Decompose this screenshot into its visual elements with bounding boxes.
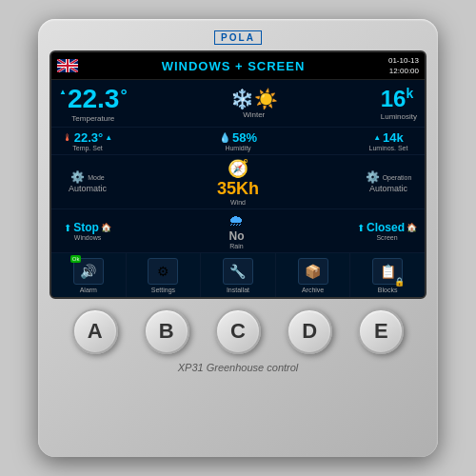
time-display: 12:00:00 [388, 66, 419, 76]
nav-blocks[interactable]: 📋 🔒 Blocks [350, 253, 425, 297]
alarm-icon: 🔊 [80, 264, 96, 279]
luminos-set-value: 14k [383, 130, 404, 145]
luminosity-block: 16 k Luminosity [381, 86, 417, 121]
humidity-block: 💧 58% Humidity [209, 130, 267, 151]
mode-value: Automatic [59, 184, 116, 193]
operation-block: ⚙️ Operation Automatic [360, 170, 417, 193]
wind-label: Wind [209, 199, 267, 206]
temperature-label: Temperature [59, 114, 128, 123]
temperature-unit: ° [120, 86, 127, 106]
device-body: POLA WINDOWS + SCREEN 01-10-13 12:00:00 [38, 19, 438, 457]
svg-rect-8 [57, 65, 78, 67]
nav-installat[interactable]: 🔧 Installat [201, 253, 276, 297]
date-display: 01-10-13 [388, 55, 419, 66]
temp-set-label: Temp. Set [59, 145, 116, 151]
archive-label: Archive [302, 287, 324, 293]
mode-row: ⚙️ Mode Automatic 🧭 35Kh Wind ⚙️ Operati… [51, 154, 425, 208]
screen-status-value: Closed [367, 221, 405, 234]
compass-icon: 🧭 [209, 158, 267, 179]
operation-label: Operation [383, 174, 412, 181]
settings-icon: ⚙ [157, 264, 169, 279]
wind-value: 35Kh [209, 179, 267, 199]
windows-block: ⬆ Stop 🏠 Windows [59, 221, 116, 241]
button-d[interactable]: D [287, 308, 332, 354]
wind-block: 🧭 35Kh Wind [209, 158, 267, 206]
luminosity-value: 16 [381, 86, 407, 112]
windows-value: Stop [73, 221, 99, 234]
screen-title: WINDOWS + SCREEN [78, 59, 388, 73]
luminos-set-label: Luminos. Set [360, 145, 417, 151]
blocks-icon: 📋 [380, 264, 396, 279]
ok-badge: Ok [70, 255, 82, 263]
mode-label: Mode [88, 174, 105, 181]
flag-icon [57, 59, 78, 72]
button-c[interactable]: C [215, 308, 261, 354]
screen: WINDOWS + SCREEN 01-10-13 12:00:00 ▲ 22.… [50, 50, 426, 299]
archive-icon: 📦 [305, 264, 321, 279]
season-block: ❄️☀️ Winter [230, 88, 278, 119]
windows-label: Windows [59, 234, 116, 241]
mode-block: ⚙️ Mode Automatic [59, 170, 116, 193]
operation-value: Automatic [360, 184, 417, 193]
main-readings-row: ▲ 22.3 ° Temperature ❄️☀️ Winter 16 k Lu… [51, 80, 425, 127]
blocks-icon-box: 📋 🔒 [372, 258, 403, 285]
installat-icon-box: 🔧 [223, 258, 253, 285]
temperature-block: ▲ 22.3 ° Temperature [59, 84, 128, 123]
temperature-value: 22.3 [68, 84, 120, 114]
screen-status-block: ⬆ Closed 🏠 Screen [357, 221, 417, 241]
rain-label: Rain [208, 243, 265, 249]
button-e[interactable]: E [358, 308, 404, 354]
device-label: XP31 Greenhouse control [178, 362, 299, 373]
screen-status-label: Screen [357, 234, 417, 241]
temp-set-block: 🌡 22.3° ▲ Temp. Set [59, 130, 116, 151]
nav-bar: 🔊 Ok Alarm ⚙ Settings 🔧 Installat 📦 [51, 252, 425, 297]
datetime-display: 01-10-13 12:00:00 [388, 55, 419, 76]
luminosity-unit: k [406, 86, 413, 101]
button-b[interactable]: B [144, 308, 189, 354]
buttons-row: A B C D E [50, 299, 426, 358]
button-a[interactable]: A [72, 308, 118, 354]
nav-archive[interactable]: 📦 Archive [276, 253, 351, 297]
rain-value: No [208, 229, 265, 243]
brand-logo: POLA [214, 30, 262, 45]
settings-icon-box: ⚙ [148, 258, 178, 285]
nav-settings[interactable]: ⚙ Settings [127, 253, 202, 297]
status-row: ⬆ Stop 🏠 Windows 🌧 No Rain ⬆ Closed 🏠 Sc… [51, 208, 425, 252]
luminosity-label: Luminosity [381, 112, 417, 121]
season-label: Winter [230, 110, 278, 119]
tools-icon: 🔧 [229, 264, 246, 279]
blocks-label: Blocks [378, 287, 398, 293]
humidity-label: Humidity [209, 145, 267, 151]
nav-alarm[interactable]: 🔊 Ok Alarm [51, 253, 127, 297]
luminos-set-block: ▲ 14k Luminos. Set [360, 130, 417, 151]
rain-block: 🌧 No Rain [208, 212, 265, 249]
alarm-icon-box: 🔊 Ok [73, 258, 104, 285]
archive-icon-box: 📦 [298, 258, 328, 285]
lock-icon: 🔒 [394, 277, 405, 287]
rain-icon: 🌧 [208, 212, 265, 229]
temp-set-value: 22.3° [74, 130, 104, 145]
installat-label: Installat [227, 287, 249, 293]
humidity-value: 58% [232, 130, 257, 145]
sub-readings-row: 🌡 22.3° ▲ Temp. Set 💧 58% Humidity ▲ 14k [51, 127, 425, 154]
screen-header: WINDOWS + SCREEN 01-10-13 12:00:00 [51, 52, 425, 80]
settings-label: Settings [151, 287, 175, 293]
alarm-label: Alarm [80, 287, 97, 293]
